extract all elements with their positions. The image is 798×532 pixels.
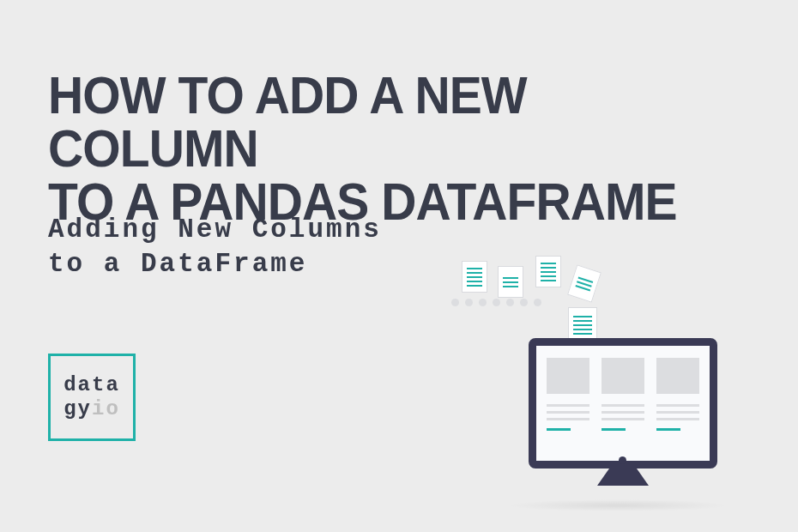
subtitle-line-2: to a DataFrame [48, 249, 307, 279]
monitor-icon [529, 338, 717, 469]
subtitle-line-1: Adding New Columns [48, 215, 382, 245]
content-column [547, 358, 589, 449]
content-column [656, 358, 699, 449]
computer-illustration [446, 259, 755, 508]
dot [534, 299, 541, 306]
dot [493, 299, 500, 306]
monitor-stand-icon [597, 469, 649, 486]
document-icon [567, 264, 602, 302]
datagy-logo: data gyio [48, 354, 136, 441]
dot [465, 299, 473, 306]
dot [506, 299, 514, 306]
dot [479, 299, 487, 306]
page-subtitle: Adding New Columns to a DataFrame [48, 213, 382, 282]
title-line-1: HOW TO ADD A NEW COLUMN [48, 65, 527, 178]
dot [451, 299, 459, 306]
logo-io: io [92, 397, 120, 420]
content-column [602, 358, 644, 449]
page-title: HOW TO ADD A NEW COLUMN TO A PANDAS DATA… [48, 69, 738, 228]
document-icon [535, 256, 561, 287]
monitor-button-icon [619, 456, 626, 464]
logo-line-2: gyio [63, 397, 120, 421]
shadow [506, 499, 729, 511]
monitor-screen-content [547, 358, 699, 449]
dot [520, 299, 528, 306]
logo-line-1: data [63, 373, 120, 397]
logo-gy: gy [63, 397, 92, 420]
document-icon [462, 261, 487, 293]
document-icon [498, 266, 523, 298]
dot-row [451, 299, 541, 306]
